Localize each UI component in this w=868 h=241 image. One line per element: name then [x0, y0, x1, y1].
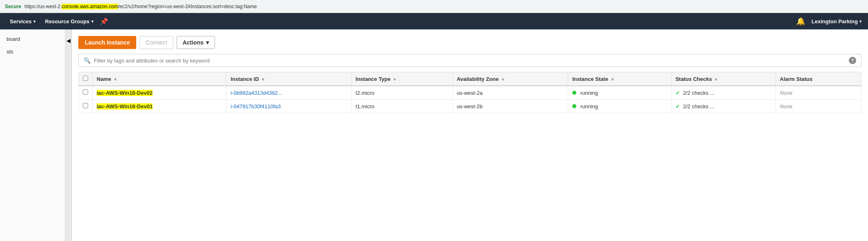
- row-name: iac-AWS-Win16-Dev02: [93, 86, 226, 100]
- row-availability-zone: us-west-2a: [452, 86, 568, 100]
- collapse-arrow-icon: ◀: [66, 38, 71, 44]
- services-menu[interactable]: Services ▾: [7, 18, 39, 25]
- actions-button[interactable]: Actions ▾: [177, 36, 215, 49]
- az-sort-icon: ▾: [502, 77, 504, 82]
- table-row[interactable]: iac-AWS-Win16-Dev01 i-047917b30f4110fa3 …: [79, 100, 861, 113]
- search-bar: 🔍 ?: [78, 54, 861, 67]
- toolbar: Launch Instance Connect Actions ▾: [78, 36, 861, 49]
- header-checkbox[interactable]: [79, 72, 93, 86]
- sidebar-collapse-handle[interactable]: ◀: [65, 29, 72, 241]
- search-input[interactable]: [94, 58, 846, 64]
- row-instance-id: i-047917b30f4110fa3: [226, 100, 351, 113]
- row-alarm-status: None: [775, 86, 861, 100]
- header-instance-id[interactable]: Instance ID ▾: [226, 72, 351, 86]
- account-chevron-icon: ▾: [859, 19, 861, 24]
- state-dot-icon: [572, 104, 576, 108]
- state-dot-icon: [572, 91, 576, 95]
- account-menu[interactable]: Lexington Parking ▾: [812, 18, 861, 25]
- state-sort-icon: ▾: [611, 77, 613, 82]
- row-instance-state: running: [568, 100, 671, 113]
- select-all-checkbox[interactable]: [83, 76, 88, 81]
- table-row[interactable]: iac-AWS-Win16-Dev02 i-0b992a4313d4362...…: [79, 86, 861, 100]
- row-status-checks: ✔ 2/2 checks ...: [671, 100, 775, 113]
- resource-groups-chevron-icon: ▾: [91, 19, 93, 24]
- search-help-button[interactable]: ?: [849, 57, 856, 64]
- row-checkbox[interactable]: [83, 103, 88, 108]
- header-alarm-status[interactable]: Alarm Status: [775, 72, 861, 86]
- instance-id-link[interactable]: i-0b992a4313d4362...: [230, 90, 282, 96]
- resource-groups-menu[interactable]: Resource Groups ▾: [42, 18, 97, 25]
- content-area: Launch Instance Connect Actions ▾ 🔍 ?: [72, 29, 868, 241]
- table-header-row: Name ▾ Instance ID ▾ Instance Type ▾ Ava…: [79, 72, 861, 86]
- row-instance-type: t1.micro: [351, 100, 452, 113]
- row-name: iac-AWS-Win16-Dev01: [93, 100, 226, 113]
- header-status-checks[interactable]: Status Checks ▾: [671, 72, 775, 86]
- browser-bar: Secure https://us-west-2.console.aws.ama…: [0, 0, 868, 13]
- sidebar: board sts: [0, 29, 65, 241]
- services-chevron-icon: ▾: [33, 19, 35, 24]
- row-instance-type: t2.micro: [351, 86, 452, 100]
- notification-bell-icon[interactable]: 🔔: [796, 17, 805, 26]
- instance-id-sort-icon: ▾: [262, 77, 264, 82]
- header-availability-zone[interactable]: Availability Zone ▾: [452, 72, 568, 86]
- instance-id-link[interactable]: i-047917b30f4110fa3: [230, 103, 281, 109]
- instance-type-sort-icon: ▾: [394, 77, 396, 82]
- header-name[interactable]: Name ▾: [93, 72, 226, 86]
- row-status-checks: ✔ 2/2 checks ...: [671, 86, 775, 100]
- row-checkbox[interactable]: [83, 89, 88, 95]
- sidebar-item-sts[interactable]: sts: [0, 45, 65, 58]
- aws-top-nav: Services ▾ Resource Groups ▾ 📌 🔔 Lexingt…: [0, 13, 868, 29]
- row-checkbox-cell[interactable]: [79, 86, 93, 100]
- header-instance-state[interactable]: Instance State ▾: [568, 72, 671, 86]
- connect-button: Connect: [140, 36, 173, 49]
- launch-instance-button[interactable]: Launch Instance: [78, 36, 136, 49]
- nav-left: Services ▾ Resource Groups ▾ 📌: [7, 18, 108, 25]
- row-instance-id: i-0b992a4313d4362...: [226, 86, 351, 100]
- row-checkbox-cell[interactable]: [79, 100, 93, 113]
- secure-label: Secure: [5, 4, 21, 9]
- actions-chevron-icon: ▾: [206, 39, 209, 46]
- check-circle-icon: ✔: [675, 90, 680, 96]
- sidebar-item-board[interactable]: board: [0, 33, 65, 45]
- row-instance-state: running: [568, 86, 671, 100]
- main-layout: board sts ◀ Launch Instance Connect Acti…: [0, 29, 868, 241]
- check-circle-icon: ✔: [675, 103, 680, 109]
- nav-right: 🔔 Lexington Parking ▾: [796, 17, 861, 26]
- row-alarm-status: None: [775, 100, 861, 113]
- instances-table: Name ▾ Instance ID ▾ Instance Type ▾ Ava…: [78, 72, 861, 113]
- pin-icon[interactable]: 📌: [100, 18, 108, 25]
- status-sort-icon: ▾: [715, 77, 717, 82]
- header-instance-type[interactable]: Instance Type ▾: [351, 72, 452, 86]
- row-availability-zone: us-west-2b: [452, 100, 568, 113]
- name-sort-icon: ▾: [114, 77, 116, 82]
- search-icon: 🔍: [84, 57, 91, 64]
- browser-url: https://us-west-2.console.aws.amazon.com…: [24, 4, 257, 9]
